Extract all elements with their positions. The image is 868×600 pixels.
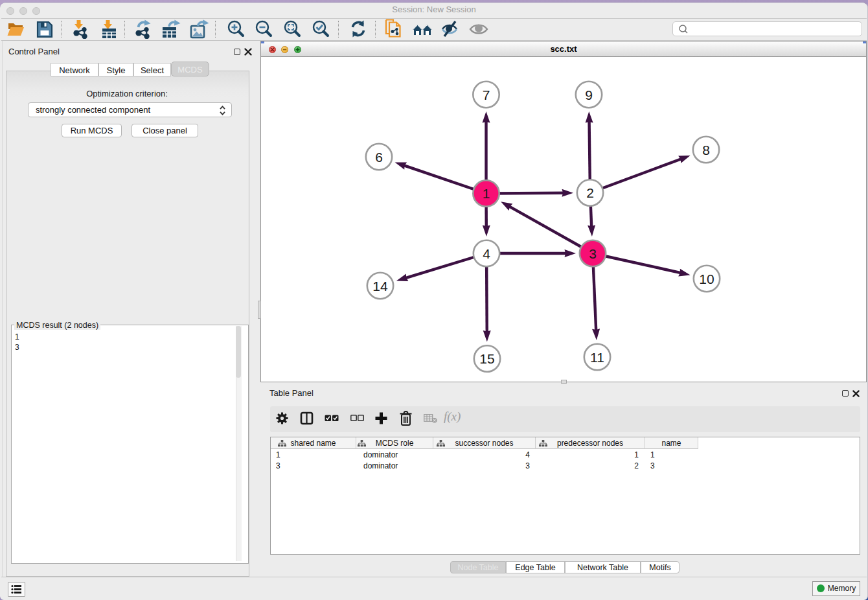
svg-text:11: 11 bbox=[590, 350, 604, 365]
svg-text:4: 4 bbox=[483, 246, 490, 261]
svg-text:15: 15 bbox=[479, 351, 494, 366]
svg-text:14: 14 bbox=[372, 279, 388, 294]
svg-text:8: 8 bbox=[702, 143, 710, 157]
svg-text:10: 10 bbox=[699, 271, 714, 286]
svg-text:9: 9 bbox=[585, 87, 593, 102]
svg-text:6: 6 bbox=[375, 150, 383, 165]
svg-text:1: 1 bbox=[483, 186, 490, 201]
svg-text:2: 2 bbox=[586, 185, 594, 200]
svg-text:7: 7 bbox=[483, 87, 490, 102]
svg-text:3: 3 bbox=[589, 246, 597, 261]
